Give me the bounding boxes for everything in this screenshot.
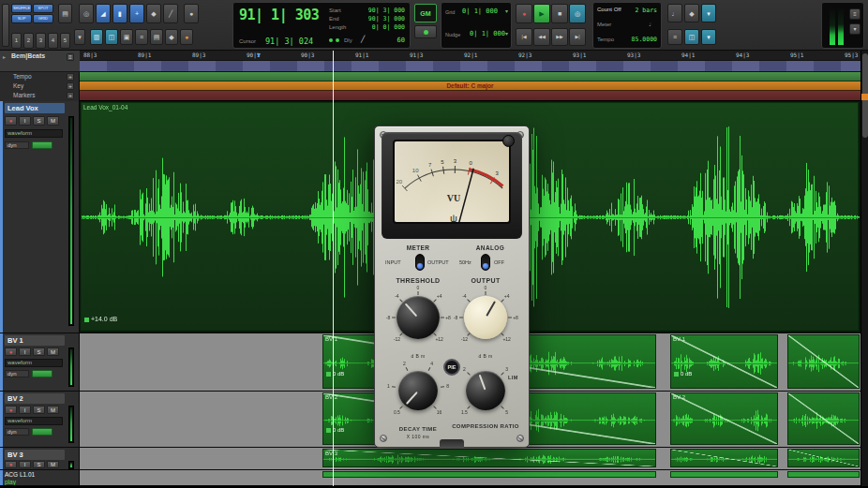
vertical-scrollbar[interactable] bbox=[861, 51, 868, 486]
analog-toggle[interactable] bbox=[481, 254, 490, 271]
automation-mode-selector[interactable]: dyn bbox=[5, 428, 29, 436]
solo-button[interactable]: S bbox=[33, 461, 45, 468]
pre-roll-button[interactable]: ● bbox=[180, 29, 193, 45]
session-marker[interactable] bbox=[861, 94, 868, 100]
add-key-change-button[interactable]: + bbox=[67, 82, 74, 90]
memory-dropdown-button[interactable]: ▾ bbox=[74, 29, 85, 45]
audio-region-bv1c[interactable] bbox=[787, 334, 860, 389]
track-name-lead-vox[interactable]: Lead Vox bbox=[5, 103, 65, 113]
audio-region-bv2c[interactable] bbox=[787, 392, 860, 445]
mute-button[interactable]: M bbox=[47, 406, 59, 414]
track-lane-bv3[interactable]: BV 3 bbox=[80, 448, 861, 470]
audio-region-bv3b[interactable] bbox=[670, 449, 778, 467]
input-monitor-button[interactable]: I bbox=[19, 406, 31, 414]
audio-region-bv2b[interactable]: BV 2 bbox=[670, 392, 778, 445]
selector-tool-button[interactable]: ▮ bbox=[112, 4, 127, 23]
track-name-bv2[interactable]: BV 2 bbox=[5, 393, 65, 404]
timeline-rulers[interactable]: 88|389|189|390|190|391|191|392|192|393|1… bbox=[80, 51, 861, 101]
plugin-window-pie-compressor[interactable]: 201075303VUψ METER ANALOG INPUT OUTPUT 5… bbox=[374, 126, 530, 448]
track-name-bv1[interactable]: BV 1 bbox=[5, 335, 65, 346]
track-header-acg[interactable]: ACG L1.01 play bbox=[0, 470, 80, 486]
mute-button[interactable]: M bbox=[47, 348, 59, 356]
memory-location-3[interactable]: 3 bbox=[36, 33, 46, 49]
scrubber-tool-button[interactable]: ◆ bbox=[146, 4, 161, 23]
add-marker-button[interactable]: + bbox=[67, 92, 74, 99]
selection-end-value[interactable]: 90| 3| 000 bbox=[368, 15, 405, 22]
track-lane-acg[interactable] bbox=[80, 470, 861, 486]
memory-location-5[interactable]: 5 bbox=[60, 33, 70, 49]
playlist-mode-label[interactable]: play bbox=[5, 479, 16, 485]
collapse-icon[interactable]: ▸ bbox=[3, 53, 6, 60]
ruler-menu-button[interactable]: ≡ bbox=[67, 53, 74, 61]
tempo-label[interactable]: Tempo bbox=[597, 37, 614, 42]
ruler-row-tempo[interactable]: Tempo + bbox=[0, 72, 80, 81]
meter-label[interactable]: Meter bbox=[597, 22, 611, 27]
automation-mode-selector[interactable]: dyn bbox=[5, 370, 29, 377]
solo-button[interactable]: S bbox=[33, 348, 45, 356]
automation-mode-selector[interactable]: dyn bbox=[5, 141, 29, 149]
automation-read-indicator[interactable] bbox=[32, 141, 52, 149]
timeline-insertion-marker[interactable]: ▾ bbox=[257, 51, 261, 59]
meter-trim-knob[interactable] bbox=[502, 135, 515, 147]
automation-read-indicator[interactable] bbox=[32, 428, 52, 436]
loop-playback-button[interactable]: ◎ bbox=[569, 4, 586, 23]
selection-start-value[interactable]: 90| 3| 000 bbox=[368, 7, 405, 14]
clip-gain-label[interactable]: 0 dB bbox=[674, 371, 692, 377]
play-button[interactable]: ▶ bbox=[533, 4, 550, 23]
memory-location-2[interactable]: 2 bbox=[23, 33, 34, 49]
input-monitor-button[interactable]: I bbox=[19, 461, 31, 468]
automation-read-indicator[interactable] bbox=[32, 370, 52, 377]
audio-region-acg-c[interactable] bbox=[787, 471, 860, 478]
solo-button[interactable]: S bbox=[33, 116, 45, 126]
input-monitor-button[interactable]: I bbox=[19, 348, 31, 356]
session-group-name[interactable]: Bem|Beats bbox=[11, 52, 45, 59]
compression-ratio-knob[interactable] bbox=[466, 371, 505, 410]
memory-location-4[interactable]: 4 bbox=[48, 33, 58, 49]
track-list-toggle[interactable]: ◫ bbox=[684, 29, 699, 45]
toolbar-menu-button[interactable]: ▾ bbox=[701, 29, 716, 45]
record-button[interactable]: ● bbox=[516, 4, 532, 23]
audio-region-bv3c[interactable] bbox=[787, 449, 860, 467]
record-arm-button[interactable]: ● bbox=[5, 116, 17, 126]
link-track-button[interactable]: ▣ bbox=[120, 29, 133, 45]
grid-dropdown-icon[interactable]: ▾ bbox=[505, 7, 508, 14]
conductor-button[interactable]: ◆ bbox=[684, 4, 699, 22]
rewind-button[interactable]: ◀◀ bbox=[533, 28, 550, 46]
pencil-tool-button[interactable]: ╱ bbox=[163, 4, 178, 23]
track-header-lead-vox[interactable]: Lead Vox ● I S M waveform dyn bbox=[0, 101, 80, 333]
clip-gain-label[interactable]: 0 dB bbox=[326, 371, 344, 377]
decay-time-knob[interactable] bbox=[398, 371, 438, 410]
mirrored-midi-button[interactable]: ▤ bbox=[150, 29, 163, 45]
track-header-bv3[interactable]: BV 3 ● I S M bbox=[0, 448, 80, 470]
audio-region-acg[interactable] bbox=[322, 471, 656, 478]
tab-transient-button[interactable]: ▥ bbox=[90, 29, 103, 45]
go-to-end-button[interactable]: ▶| bbox=[569, 28, 586, 46]
track-view-selector[interactable]: waveform bbox=[5, 129, 63, 138]
audio-region-bv1b[interactable]: BV 1 0 dB bbox=[670, 334, 778, 389]
fast-forward-button[interactable]: ▶▶ bbox=[551, 28, 568, 46]
audio-region-acg-b[interactable] bbox=[670, 471, 778, 478]
meter-options-button[interactable]: ≡ bbox=[849, 8, 861, 20]
toolbar-handle[interactable] bbox=[2, 4, 9, 47]
insertion-follows-button[interactable]: ≡ bbox=[135, 29, 148, 45]
tempo-ruler-bar[interactable] bbox=[80, 72, 861, 81]
trim-tool-button[interactable]: ◢ bbox=[96, 4, 111, 23]
edit-mode-grid-button[interactable]: GRID bbox=[33, 14, 53, 23]
smart-tool-button[interactable]: ● bbox=[184, 4, 199, 23]
metronome-button[interactable]: ♩ bbox=[667, 4, 682, 22]
return-to-start-button[interactable]: |◀ bbox=[516, 28, 532, 46]
track-view-selector[interactable]: waveform bbox=[5, 417, 63, 425]
mute-button[interactable]: M bbox=[47, 461, 59, 468]
nudge-value[interactable]: 0| 1| 000 bbox=[470, 30, 505, 37]
count-off-value[interactable]: 2 bars bbox=[636, 7, 657, 14]
edit-mode-shuffle-button[interactable]: SHUFFLE bbox=[11, 4, 32, 13]
bars-ruler-bar[interactable] bbox=[80, 60, 861, 72]
meter-dropdown-button[interactable]: ▾ bbox=[849, 23, 861, 35]
midi-merge-toggle[interactable]: ≡ bbox=[667, 29, 682, 45]
clip-gain-label[interactable]: 0 dB bbox=[326, 427, 344, 433]
clip-gain-label[interactable]: +14.0 dB bbox=[84, 316, 117, 322]
bars-beats-ruler[interactable]: 88|389|189|390|190|391|191|392|192|393|1… bbox=[80, 51, 861, 60]
markers-ruler-bar[interactable] bbox=[80, 91, 861, 101]
edit-mode-slip-button[interactable]: SLIP bbox=[11, 14, 32, 23]
track-name-bv3[interactable]: BV 3 bbox=[5, 450, 65, 460]
